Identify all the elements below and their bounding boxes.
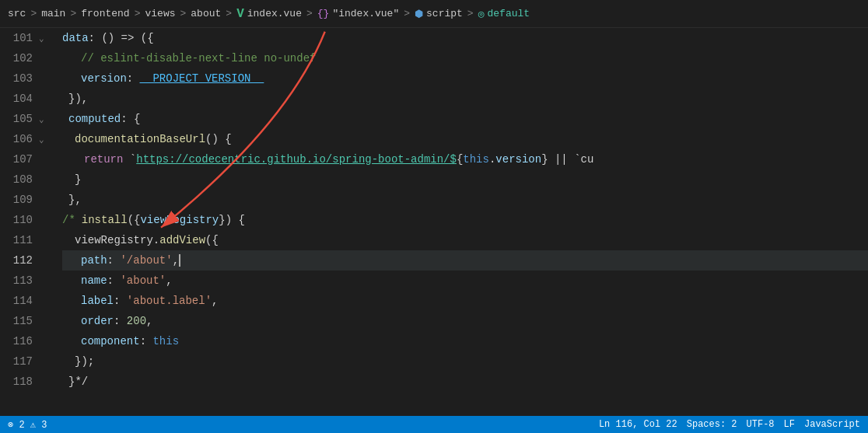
code-line-106: documentationBaseUrl() { <box>62 129 868 149</box>
token-return: return <box>84 153 123 166</box>
cursor <box>179 254 180 267</box>
editor-container: src > main > frontend > views > about > … <box>0 0 868 433</box>
fold-109 <box>39 190 54 210</box>
fold-114 <box>39 291 54 311</box>
token-name-prop: name <box>81 274 107 287</box>
status-error: ⊗ 2 ⚠ 3 <box>8 419 47 431</box>
code-line-104: }), <box>62 89 868 109</box>
line-num-108: 108 <box>8 169 33 190</box>
breadcrumb-main[interactable]: main <box>41 8 65 19</box>
fold-107 <box>39 149 54 169</box>
code-line-108: } <box>62 169 868 190</box>
token-this: this <box>463 153 489 166</box>
breadcrumb-views[interactable]: views <box>145 8 175 19</box>
sep4: > <box>180 8 187 19</box>
line-num-114: 114 <box>8 291 33 311</box>
fold-arrows: ⌄ ⌄ ⌄ <box>39 28 54 416</box>
token-path-value: '/about' <box>120 254 172 267</box>
line-num-117: 117 <box>8 351 33 372</box>
token-docBaseUrl: documentationBaseUrl <box>75 133 205 145</box>
line-num-103: 103 <box>8 68 33 89</box>
token-label-value: 'about.label' <box>127 295 212 307</box>
fold-105[interactable]: ⌄ <box>39 109 54 129</box>
token-install: install <box>82 214 128 226</box>
breadcrumb: src > main > frontend > views > about > … <box>0 0 868 28</box>
sep5: > <box>226 8 232 19</box>
fold-101[interactable]: ⌄ <box>39 28 54 48</box>
fold-111 <box>39 230 54 250</box>
line-num-110: 110 <box>8 210 33 230</box>
status-lang: JavaScript <box>804 419 860 430</box>
token-version-ref: version <box>495 153 541 166</box>
sep2: > <box>70 8 76 19</box>
code-line-117: }); <box>62 351 868 372</box>
line-num-118: 118 <box>8 372 33 392</box>
fold-118 <box>39 372 54 392</box>
fold-115 <box>39 311 54 331</box>
token-url: https://codecentric.github.io/spring-boo… <box>136 153 457 166</box>
fold-116 <box>39 331 54 351</box>
token-version-macro: __PROJECT_VERSION__ <box>140 72 264 85</box>
code-line-118: }*/ <box>62 372 868 392</box>
breadcrumb-curly: {} <box>317 8 330 19</box>
breadcrumb-index-vue-string[interactable]: "index.vue" <box>332 8 399 19</box>
line-num-104: 104 <box>8 89 33 109</box>
status-position: Ln 116, Col 22 <box>599 419 677 430</box>
breadcrumb-frontend[interactable]: frontend <box>81 8 129 19</box>
default-icon: ◎ <box>478 8 485 20</box>
token-viewRegistry-addView: viewRegistry <box>75 234 153 246</box>
code-content: 101 102 103 104 105 106 107 108 109 110 … <box>0 28 868 416</box>
breadcrumb-src[interactable]: src <box>8 8 26 19</box>
sep3: > <box>135 8 141 19</box>
line-num-109: 109 <box>8 190 33 210</box>
breadcrumb-default[interactable]: default <box>487 8 530 19</box>
sep1: > <box>30 8 37 19</box>
token-comment-102: // eslint-disable-next-line no-undef <box>81 52 316 65</box>
status-spaces: Spaces: 2 <box>687 419 737 430</box>
code-line-110: /*install({viewRegistry}) { <box>62 210 868 230</box>
token-viewRegistry-param: viewRegistry <box>140 214 219 226</box>
token-label-prop: label <box>81 295 114 307</box>
token-data: data <box>62 32 89 44</box>
line-num-107: 107 <box>8 149 33 169</box>
breadcrumb-about[interactable]: about <box>191 8 221 19</box>
code-line-107: return `https://codecentric.github.io/sp… <box>62 149 868 169</box>
status-bar: ⊗ 2 ⚠ 3 Ln 116, Col 22 Spaces: 2 UTF-8 L… <box>0 416 868 433</box>
breadcrumb-script[interactable]: script <box>426 8 463 19</box>
fold-and-code: ⌄ ⌄ ⌄ <box>39 28 868 416</box>
line-num-105: 105 <box>8 109 33 129</box>
line-num-106: 106 <box>8 129 33 149</box>
code-line-105: computed: { <box>62 109 868 129</box>
token-name-value: 'about' <box>120 274 166 287</box>
fold-104 <box>39 89 54 109</box>
fold-102 <box>39 48 54 68</box>
fold-103 <box>39 68 54 89</box>
line-num-102: 102 <box>8 48 33 68</box>
script-icon: ⬢ <box>415 8 423 20</box>
fold-112 <box>39 250 54 271</box>
line-num-116: 116 <box>8 331 33 351</box>
breadcrumb-index-vue[interactable]: index.vue <box>247 8 302 19</box>
token-this-116: this <box>152 335 179 347</box>
fold-110 <box>39 210 54 230</box>
status-encoding: UTF-8 <box>747 419 775 430</box>
code-line-102: // eslint-disable-next-line no-undef <box>62 48 868 68</box>
code-line-111: viewRegistry.addView({ <box>62 230 868 250</box>
vue-icon: V <box>236 7 244 21</box>
code-lines[interactable]: data: () => ({ // eslint-disable-next-li… <box>54 28 868 416</box>
token-order-prop: order <box>81 315 114 327</box>
token-component-prop: component <box>81 335 140 347</box>
line-num-111: 111 <box>8 230 33 250</box>
line-num-115: 115 <box>8 311 33 331</box>
code-line-116: component: this <box>62 331 868 351</box>
token-path: path <box>81 254 107 267</box>
token-order-value: 200 <box>127 315 146 327</box>
fold-106[interactable]: ⌄ <box>39 129 54 149</box>
code-line-114: label: 'about.label', <box>62 291 868 311</box>
token-comment-110: /* <box>62 214 75 226</box>
sep8: > <box>467 8 474 19</box>
sep7: > <box>404 8 410 19</box>
code-line-101: data: () => ({ <box>62 28 868 48</box>
code-line-113: name: 'about', <box>62 271 868 291</box>
line-numbers: 101 102 103 104 105 106 107 108 109 110 … <box>0 28 39 416</box>
